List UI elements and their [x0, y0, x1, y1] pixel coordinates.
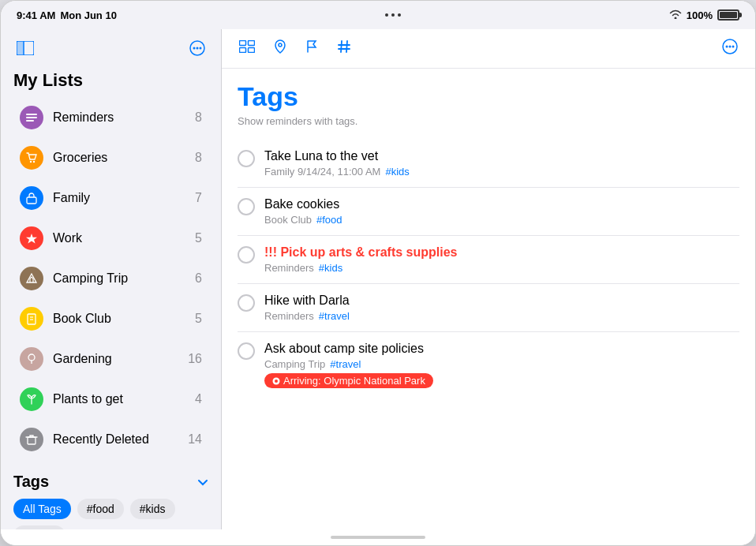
reminder-tag: #travel [330, 358, 361, 370]
sidebar-item-work[interactable]: Work 5 [7, 219, 215, 258]
reminder-meta: Camping Trip #travel [264, 358, 739, 370]
list-count-groceries: 8 [195, 151, 202, 165]
reminder-list: Camping Trip [264, 358, 325, 370]
svg-rect-19 [240, 41, 246, 46]
badge-text: Arriving: Olympic National Park [283, 375, 425, 387]
list-icon-deleted [20, 428, 43, 451]
list-name-groceries: Groceries [53, 151, 195, 165]
sidebar-item-deleted[interactable]: Recently Deleted 14 [7, 420, 215, 459]
svg-rect-22 [249, 48, 255, 53]
sidebar-toggle-button[interactable] [13, 38, 37, 58]
svg-point-16 [28, 354, 35, 361]
dot3 [398, 13, 401, 17]
list-name-work: Work [53, 231, 195, 245]
reminder-tag: #kids [319, 262, 342, 274]
tags-header: Tags [13, 473, 208, 491]
tag-pills-container: All Tags#food#kids#travel [13, 499, 208, 529]
reminder-title: Hike with Darla [264, 294, 739, 308]
reminder-tag: #kids [385, 166, 409, 178]
reminder-title: Take Luna to the vet [264, 149, 739, 163]
reminder-content: Bake cookies Book Club #food [264, 197, 739, 226]
page-title: Tags [238, 81, 739, 112]
reminder-checkbox[interactable] [238, 198, 255, 215]
reminder-tag: #travel [319, 310, 350, 322]
svg-rect-20 [249, 41, 255, 46]
reminder-checkbox[interactable] [238, 246, 255, 264]
reminder-checkbox[interactable] [238, 294, 255, 312]
sidebar: My Lists Reminders 8 Groceries 8 Family … [1, 29, 222, 529]
sidebar-more-button[interactable] [186, 37, 208, 59]
list-icon-reminders [20, 106, 43, 129]
svg-point-6 [200, 47, 202, 50]
svg-rect-7 [26, 114, 37, 115]
home-bar [331, 536, 425, 539]
list-name-gardening: Gardening [53, 352, 188, 366]
tag-pill-kids[interactable]: #kids [130, 499, 175, 519]
svg-line-25 [346, 41, 347, 52]
list-icon-work [20, 226, 43, 250]
sidebar-item-groceries[interactable]: Groceries 8 [7, 138, 215, 178]
reminder-meta: Reminders #travel [264, 310, 739, 322]
list-name-bookclub: Book Club [53, 312, 195, 326]
reminder-content: Hike with Darla Reminders #travel [264, 294, 739, 322]
reminder-title: Bake cookies [264, 197, 739, 211]
main-more-button[interactable] [720, 37, 739, 60]
reminders-container: Take Luna to the vet Family 9/14/24, 11:… [238, 140, 739, 398]
list-count-camping: 6 [195, 271, 202, 286]
reminder-meta: Book Club #food [264, 214, 739, 226]
list-icon-groceries [20, 146, 43, 170]
svg-rect-8 [26, 117, 37, 118]
battery-percent: 100% [687, 9, 713, 21]
dot2 [391, 13, 395, 17]
sidebar-item-plants[interactable]: Plants to get 4 [7, 380, 215, 419]
sidebar-item-gardening[interactable]: Gardening 16 [7, 339, 215, 379]
main-content: My Lists Reminders 8 Groceries 8 Family … [1, 29, 755, 529]
list-icon-plants [20, 387, 43, 411]
toolbar-location-button[interactable] [272, 38, 288, 59]
toolbar-left-icons [238, 38, 353, 59]
reminder-item: Bake cookies Book Club #food [238, 188, 739, 236]
tag-pill-all[interactable]: All Tags [13, 499, 71, 519]
sidebar-item-bookclub[interactable]: Book Club 5 [7, 299, 215, 338]
list-count-gardening: 16 [188, 352, 202, 366]
wifi-icon [669, 9, 682, 21]
svg-point-10 [30, 161, 32, 163]
dot1 [385, 13, 388, 17]
list-count-work: 5 [195, 231, 202, 245]
toolbar-hash-button[interactable] [335, 38, 353, 59]
home-indicator [1, 529, 755, 545]
status-bar: 9:41 AM Mon Jun 10 100% [1, 1, 755, 29]
reminder-checkbox[interactable] [238, 342, 255, 360]
my-lists-title: My Lists [1, 67, 221, 97]
reminder-meta: Reminders #kids [264, 262, 739, 274]
list-icon-family [20, 186, 43, 210]
svg-point-29 [729, 46, 732, 48]
toolbar-grid-button[interactable] [238, 39, 256, 58]
reminder-checkbox[interactable] [238, 150, 255, 167]
reminder-list: Book Club [264, 214, 312, 226]
svg-point-4 [196, 47, 199, 50]
reminder-content: !!! Pick up arts & crafts supplies Remin… [264, 245, 739, 274]
list-count-reminders: 8 [195, 110, 202, 125]
sidebar-item-family[interactable]: Family 7 [7, 178, 215, 218]
svg-rect-9 [26, 120, 34, 122]
svg-rect-18 [28, 437, 36, 444]
reminder-item: Hike with Darla Reminders #travel [238, 284, 739, 332]
reminder-item: Take Luna to the vet Family 9/14/24, 11:… [238, 140, 739, 188]
status-bar-right: 100% [669, 9, 739, 21]
sidebar-item-camping[interactable]: Camping Trip 6 [7, 259, 215, 298]
list-count-family: 7 [195, 191, 202, 205]
reminder-item: Ask about camp site policies Camping Tri… [238, 332, 739, 398]
toolbar-flag-button[interactable] [304, 38, 320, 59]
reminder-title: !!! Pick up arts & crafts supplies [264, 245, 739, 260]
svg-point-31 [732, 46, 735, 48]
tag-pill-food[interactable]: #food [77, 499, 124, 519]
list-name-plants: Plants to get [53, 392, 195, 406]
sidebar-item-reminders[interactable]: Reminders 8 [7, 98, 215, 137]
main-body: Tags Show reminders with tags. Take Luna… [222, 69, 755, 529]
list-count-plants: 4 [195, 392, 202, 406]
svg-point-30 [726, 46, 728, 48]
tags-chevron-button[interactable] [197, 475, 208, 489]
list-name-family: Family [53, 191, 195, 205]
list-items-container: Reminders 8 Groceries 8 Family 7 Work 5 … [1, 97, 221, 460]
